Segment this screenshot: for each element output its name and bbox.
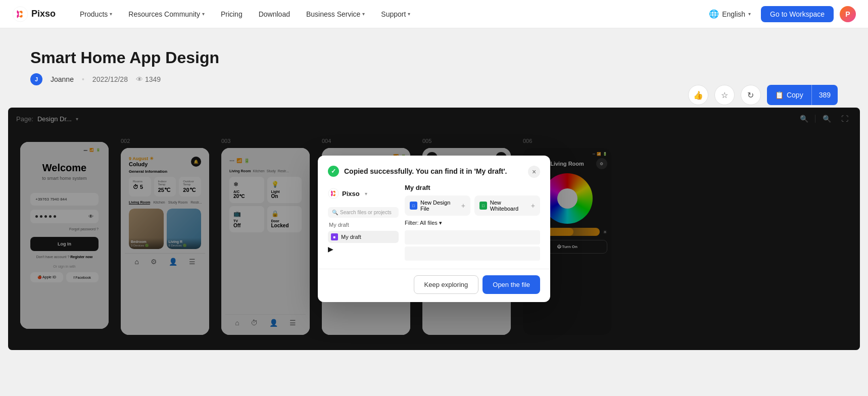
copy-count: 389	[812, 85, 838, 105]
meta-separator: •	[82, 75, 84, 83]
whiteboard-icon: □	[479, 202, 487, 210]
project-date: 2022/12/28	[92, 75, 128, 83]
new-whiteboard-button[interactable]: □ New Whiteboard +	[474, 195, 540, 216]
modal-main: My draft □ New Design File + □ New White…	[405, 184, 540, 261]
nav-download[interactable]: Download	[251, 0, 298, 28]
support-chevron-icon: ▾	[408, 11, 410, 17]
modal-header: ✓ Copied successfully. You can find it i…	[318, 156, 550, 184]
pixso-logo-icon	[12, 6, 28, 22]
whiteboard-plus-icon: +	[531, 202, 535, 210]
svg-point-1	[328, 188, 339, 199]
modal-success-message: ✓ Copied successfully. You can find it i…	[328, 166, 507, 177]
navbar: Pixso Products ▾ Resources Community ▾ P…	[0, 0, 868, 28]
design-file-icon: □	[410, 202, 417, 210]
nav-products[interactable]: Products ▾	[72, 0, 120, 28]
products-chevron-icon: ▾	[110, 11, 112, 17]
modal-close-button[interactable]: ×	[528, 166, 540, 178]
like-button[interactable]: 👍	[688, 85, 708, 105]
modal-file-item-1	[405, 230, 540, 244]
project-title: Smart Home App Design	[30, 48, 838, 67]
keep-exploring-button[interactable]: Keep exploring	[414, 275, 479, 294]
project-views: 👁 1349	[136, 75, 161, 83]
modal-draft-section-label: My draft	[328, 222, 399, 228]
user-avatar[interactable]: P	[840, 6, 856, 22]
modal-pixso-logo-icon	[328, 188, 339, 199]
modal-body: Pixso ▾ 🔍 Search files or projects My dr…	[318, 184, 550, 269]
globe-icon: 🌐	[709, 9, 719, 19]
search-icon: 🔍	[332, 210, 338, 215]
page-outer: Smart Home App Design J Joanne • 2022/12…	[0, 28, 868, 358]
modal-filter: Filter: All files ▾	[405, 220, 540, 226]
nav-pricing[interactable]: Pricing	[213, 0, 251, 28]
modal-workspace-chevron-icon: ▾	[365, 191, 367, 196]
modal-pixso-name: Pixso	[342, 190, 360, 197]
modal-sidebar-header: Pixso ▾	[328, 184, 399, 203]
success-checkmark-icon: ✓	[328, 166, 339, 177]
modal-footer: Keep exploring Open the file	[318, 269, 550, 302]
business-chevron-icon: ▾	[362, 11, 365, 17]
nav-support[interactable]: Support ▾	[373, 0, 418, 28]
new-design-file-button[interactable]: □ New Design File +	[405, 195, 470, 216]
draft-folder-icon: ■	[331, 233, 338, 240]
modal-sidebar: Pixso ▾ 🔍 Search files or projects My dr…	[328, 184, 399, 261]
resources-chevron-icon: ▾	[202, 11, 205, 17]
modal-my-draft-title: My draft	[405, 184, 540, 191]
author-name: Joanne	[51, 75, 74, 83]
star-button[interactable]: ☆	[714, 85, 735, 105]
modal-file-actions: □ New Design File + □ New Whiteboard +	[405, 195, 540, 216]
modal-filter-value[interactable]: All files ▾	[420, 220, 442, 226]
nav-logo-text: Pixso	[31, 9, 56, 19]
modal-search[interactable]: 🔍 Search files or projects	[328, 207, 399, 218]
open-file-button[interactable]: Open the file	[483, 275, 540, 294]
modal-draft-item[interactable]: ■ My draft	[328, 231, 399, 243]
nav-language-selector[interactable]: 🌐 English ▾	[705, 9, 755, 19]
refresh-button[interactable]: ↻	[741, 85, 761, 105]
copy-success-modal: ✓ Copied successfully. You can find it i…	[318, 156, 550, 302]
modal-cursor-icon: ▶	[328, 245, 399, 253]
canvas-area: Page: Design Dr... ▾ 🔍 🔍 ⛶	[8, 108, 860, 350]
nav-resources[interactable]: Resources Community ▾	[120, 0, 213, 28]
copy-button[interactable]: 📋 Copy 389	[767, 85, 838, 105]
modal-overlay: ✓ Copied successfully. You can find it i…	[8, 108, 860, 350]
design-file-plus-icon: +	[461, 202, 465, 210]
copy-button-label: 📋 Copy	[767, 85, 811, 105]
nav-logo[interactable]: Pixso	[12, 6, 56, 22]
modal-file-item-2	[405, 246, 540, 261]
eye-icon: 👁	[136, 75, 143, 83]
svg-point-0	[13, 7, 28, 22]
nav-links: Products ▾ Resources Community ▾ Pricing…	[72, 0, 705, 28]
nav-right: 🌐 English ▾ Go to Workspace P	[705, 6, 856, 22]
lang-chevron-icon: ▾	[748, 11, 751, 17]
author-avatar: J	[30, 73, 42, 85]
nav-business[interactable]: Business Service ▾	[298, 0, 373, 28]
project-meta: J Joanne • 2022/12/28 👁 1349	[30, 73, 838, 85]
project-actions: 👍 ☆ ↻ 📋 Copy 389	[688, 85, 838, 105]
go-workspace-button[interactable]: Go to Workspace	[761, 6, 834, 22]
modal-file-list	[405, 230, 540, 261]
copy-icon: 📋	[775, 91, 784, 99]
